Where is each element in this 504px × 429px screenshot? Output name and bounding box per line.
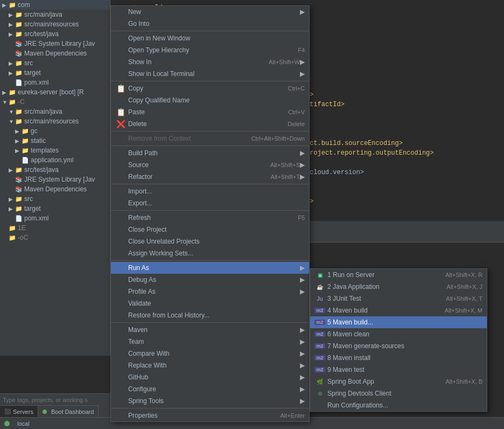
menu-item-team[interactable]: Team▶	[111, 336, 309, 348]
menu-item-go_into[interactable]: Go Into	[111, 18, 309, 30]
submenu-label: 8 Maven install	[327, 354, 482, 362]
submenu-item-maven_build_dots[interactable]: m25 Maven build...	[310, 316, 487, 328]
tree-item[interactable]: ▶ 📁 src	[0, 194, 110, 204]
menu-separator	[111, 210, 309, 211]
menu-item-configure[interactable]: Configure▶	[111, 383, 309, 395]
submenu-arrow-icon: ▶	[300, 338, 305, 345]
tree-item[interactable]: ▶ 📁 src/test/java	[0, 29, 110, 39]
menu-item-show_local_terminal[interactable]: Show in Local Terminal▶	[111, 68, 309, 80]
search-input[interactable]	[3, 397, 108, 403]
servers-tab[interactable]: ⬛ Servers	[0, 405, 38, 417]
menu-label: Close Project	[128, 226, 305, 233]
menu-item-validate[interactable]: Validate	[111, 297, 309, 309]
tree-folder-icon: 📄	[15, 79, 23, 86]
menu-item-open_type_hierarchy[interactable]: Open Type HierarchyF4	[111, 44, 309, 56]
tree-item[interactable]: 📄 pom.xml	[0, 78, 110, 87]
menu-item-profile_as[interactable]: Profile As▶	[111, 286, 309, 297]
menu-item-spring_tools[interactable]: Spring Tools▶	[111, 395, 309, 407]
submenu-item-spring_devtools[interactable]: ⚙Spring Devtools Client	[310, 388, 487, 399]
submenu-item-maven_gen_sources[interactable]: m27 Maven generate-sources	[310, 340, 487, 352]
tree-item[interactable]: ▶ 📁 src/main/resources	[0, 19, 110, 29]
tree-item[interactable]: ▶ 📁 target	[0, 204, 110, 213]
menu-item-assign_working_sets[interactable]: Assign Working Sets...	[111, 247, 309, 259]
tree-item[interactable]: ▼ 📁 src/main/resources	[0, 116, 110, 126]
submenu-arrow-icon: ▶	[300, 8, 305, 16]
tree-item[interactable]: ▶ 📁 src	[0, 58, 110, 68]
boot-dashboard-tab[interactable]: Boot Dashboard	[38, 405, 99, 417]
menu-label: Team	[128, 338, 300, 345]
submenu-item-maven_clean[interactable]: m26 Maven clean	[310, 328, 487, 340]
tree-item[interactable]: ▶ 📁 target	[0, 68, 110, 78]
menu-item-open_new_window[interactable]: Open in New Window	[111, 32, 309, 44]
menu-item-debug_as[interactable]: Debug As▶	[111, 274, 309, 286]
tree-item-label: src/test/java	[24, 30, 59, 38]
tree-arrow-icon: ▶	[9, 206, 14, 212]
submenu-label: 4 Maven build	[327, 307, 445, 314]
menu-item-build_path[interactable]: Build Path▶	[111, 147, 309, 159]
menu-item-github[interactable]: GitHub▶	[111, 371, 309, 383]
submenu-item-run_on_server[interactable]: ▣1 Run on ServerAlt+Shift+X, R	[310, 269, 487, 281]
tree-item[interactable]: 📚 Maven Dependencies	[0, 49, 110, 58]
menu-icon-empty	[115, 310, 126, 321]
tree-item-label: pom.xml	[24, 79, 48, 86]
tree-item-label: gc	[31, 127, 38, 135]
submenu-item-spring_boot_app[interactable]: 🌿Spring Boot AppAlt+Shift+X, B	[310, 376, 487, 388]
tree-item[interactable]: ▶ 📁 gc	[0, 126, 110, 136]
tree-folder-icon: 📁	[9, 225, 16, 232]
submenu-label: 3 JUnit Test	[327, 295, 446, 302]
submenu-arrow-icon: ▶	[300, 70, 305, 78]
menu-item-replace_with[interactable]: Replace With▶	[111, 359, 309, 371]
submenu-arrow-icon: ▶	[300, 276, 305, 283]
menu-item-delete[interactable]: ❌DeleteDelete	[111, 118, 309, 130]
menu-item-copy[interactable]: 📋CopyCtrl+C	[111, 82, 309, 94]
tree-arrow-icon: ▼	[2, 99, 8, 105]
menu-icon-empty	[115, 133, 126, 144]
menu-icon-empty	[115, 198, 126, 209]
submenu-item-run_configs[interactable]: Run Configurations...	[310, 399, 487, 411]
menu-item-copy_qualified[interactable]: Copy Qualified Name	[111, 94, 309, 106]
menu-item-run_as[interactable]: Run As▶	[111, 262, 309, 274]
tree-item[interactable]: 📚 JRE System Library [Jav	[0, 175, 110, 184]
menu-item-new[interactable]: New▶	[111, 6, 309, 18]
menu-item-export[interactable]: Export...	[111, 197, 309, 209]
menu-item-paste[interactable]: 📋PasteCtrl+V	[111, 106, 309, 118]
tree-item[interactable]: ▼ 📁 -C	[0, 97, 110, 107]
menu-item-close_project[interactable]: Close Project	[111, 224, 309, 236]
tree-item[interactable]: 📁 1E	[0, 223, 110, 233]
tree-item[interactable]: 📄 application.yml	[0, 155, 110, 165]
menu-item-import[interactable]: Import...	[111, 185, 309, 197]
menu-item-compare_with[interactable]: Compare With▶	[111, 348, 309, 359]
menu-label: Copy	[128, 85, 277, 92]
submenu-item-junit[interactable]: Ju3 JUnit TestAlt+Shift+X, T	[310, 293, 487, 305]
tree-item[interactable]: ▶ 📁 templates	[0, 146, 110, 155]
submenu-item-maven_test[interactable]: m29 Maven test	[310, 364, 487, 376]
tree-item[interactable]: ▶ 📁 src/test/java	[0, 165, 110, 175]
menu-item-show_in[interactable]: Show InAlt+Shift+W▶	[111, 56, 309, 68]
menu-item-restore_history[interactable]: Restore from Local History...	[111, 309, 309, 321]
tree-item[interactable]: ▼ 📁 src/main/java	[0, 107, 110, 116]
m2-badge-icon: m2	[314, 320, 325, 325]
menu-label: Maven	[128, 326, 300, 334]
tree-item[interactable]: 📚 JRE System Library [Jav	[0, 39, 110, 49]
menu-item-maven[interactable]: Maven▶	[111, 324, 309, 336]
menu-item-remove_context: Remove from ContextCtrl+Alt+Shift+Down	[111, 133, 309, 144]
submenu-item-maven_build[interactable]: m24 Maven buildAlt+Shift+X, M	[310, 305, 487, 316]
submenu-item-maven_install[interactable]: m28 Maven install	[310, 352, 487, 364]
tree-item[interactable]: ▶ 📁 src/main/java	[0, 10, 110, 19]
tree-item[interactable]: 📁 -oC	[0, 233, 110, 243]
tree-item[interactable]: 📄 pom.xml	[0, 213, 110, 223]
tree-item[interactable]: ▶ 📁 com	[0, 0, 110, 10]
menu-item-refactor[interactable]: RefactorAlt+Shift+T▶	[111, 171, 309, 183]
tree-item[interactable]: ▶ 📁 eureka-server [boot] [R	[0, 87, 110, 97]
tree-item-label: eureka-server [boot] [R	[18, 88, 84, 96]
tree-item[interactable]: 📚 Maven Dependencies	[0, 184, 110, 194]
menu-item-properties[interactable]: PropertiesAlt+Enter	[111, 410, 309, 421]
submenu-item-java_app[interactable]: ☕2 Java ApplicationAlt+Shift+X, J	[310, 281, 487, 293]
menu-item-refresh[interactable]: RefreshF5	[111, 212, 309, 224]
tree-item[interactable]: ▶ 📁 static	[0, 136, 110, 146]
menu-item-close_unrelated[interactable]: Close Unrelated Projects	[111, 236, 309, 247]
submenu-shortcut: Alt+Shift+X, B	[446, 378, 482, 385]
menu-item-source[interactable]: SourceAlt+Shift+S▶	[111, 159, 309, 171]
tree-folder-icon: 📁	[15, 118, 23, 125]
menu-separator	[111, 260, 309, 261]
